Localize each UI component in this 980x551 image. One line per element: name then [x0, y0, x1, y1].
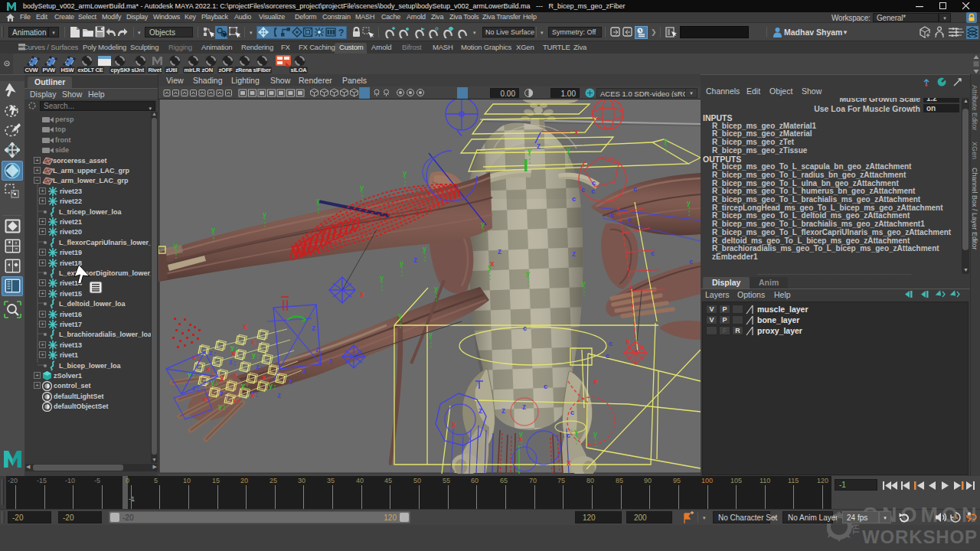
svg-text:y: y: [593, 430, 597, 438]
svg-text:c: c: [572, 195, 576, 203]
svg-text:x: x: [626, 337, 630, 346]
svg-text:z: z: [479, 406, 482, 415]
svg-text:x: x: [231, 349, 236, 357]
svg-text:x: x: [490, 259, 495, 268]
svg-text:c: c: [633, 185, 637, 193]
svg-text:x: x: [452, 420, 456, 429]
svg-text:c: c: [651, 249, 655, 257]
svg-text:y: y: [582, 279, 586, 287]
svg-text:x: x: [574, 128, 579, 136]
svg-text:y: y: [252, 351, 256, 359]
svg-text:z: z: [315, 345, 319, 354]
svg-text:x: x: [206, 365, 210, 373]
svg-text:y: y: [687, 199, 691, 207]
svg-text:z: z: [572, 249, 576, 258]
svg-text:z: z: [498, 247, 501, 256]
svg-text:?: ?: [338, 28, 344, 37]
svg-text:y: y: [398, 311, 402, 319]
svg-text:x: x: [203, 396, 207, 403]
svg-text:y: y: [528, 147, 531, 155]
svg-text:c: c: [544, 383, 547, 390]
svg-text:y: y: [218, 403, 222, 410]
svg-text:x: x: [518, 435, 523, 443]
svg-text:y: y: [574, 428, 578, 435]
svg-text:x: x: [567, 458, 571, 467]
svg-text:y: y: [211, 226, 215, 233]
svg-text:z: z: [312, 324, 315, 332]
svg-text:x: x: [234, 370, 237, 378]
svg-text:c: c: [609, 340, 612, 347]
svg-text:z: z: [229, 358, 233, 366]
svg-text:z: z: [328, 357, 332, 365]
svg-text:y: y: [526, 269, 530, 277]
svg-text:x: x: [251, 338, 255, 346]
svg-text:y: y: [400, 259, 403, 267]
svg-text:c: c: [610, 211, 614, 219]
svg-text:y: y: [664, 137, 668, 145]
svg-text:c: c: [592, 179, 596, 187]
svg-text:c: c: [581, 186, 585, 194]
svg-text:y: y: [429, 331, 433, 338]
svg-text:y: y: [263, 210, 266, 218]
svg-text:y: y: [567, 145, 570, 153]
svg-text:x: x: [262, 373, 266, 381]
svg-text:x: x: [250, 391, 255, 399]
svg-text:x: x: [233, 396, 237, 404]
svg-text:c: c: [567, 432, 570, 439]
svg-text:x: x: [593, 377, 598, 386]
svg-text:c: c: [628, 216, 632, 223]
svg-text:x: x: [360, 290, 364, 298]
svg-text:z: z: [413, 256, 417, 264]
svg-text:z: z: [501, 406, 505, 415]
svg-text:c: c: [570, 409, 574, 416]
svg-text:y: y: [380, 274, 384, 282]
svg-text:y: y: [174, 242, 178, 249]
svg-text:x: x: [243, 322, 247, 331]
svg-text:y: y: [434, 285, 438, 292]
svg-text:z: z: [537, 142, 541, 150]
svg-text:c: c: [689, 258, 693, 266]
svg-text:z: z: [209, 349, 213, 357]
svg-text:y: y: [403, 169, 407, 177]
svg-text:z: z: [522, 403, 526, 411]
svg-text:c: c: [523, 324, 527, 332]
svg-text:z: z: [256, 363, 260, 370]
svg-text:y: y: [241, 382, 245, 390]
svg-text:y: y: [423, 245, 426, 253]
svg-text:z: z: [302, 367, 306, 375]
svg-text:x: x: [220, 374, 224, 383]
svg-text:z: z: [277, 391, 281, 399]
svg-text:c: c: [591, 187, 595, 195]
svg-text:z: z: [220, 390, 224, 397]
svg-text:y: y: [316, 197, 320, 204]
svg-text:y: y: [481, 220, 485, 228]
svg-text:y: y: [360, 184, 364, 191]
svg-text:z: z: [289, 377, 292, 386]
svg-text:c: c: [606, 352, 609, 360]
svg-text:y: y: [269, 382, 273, 390]
